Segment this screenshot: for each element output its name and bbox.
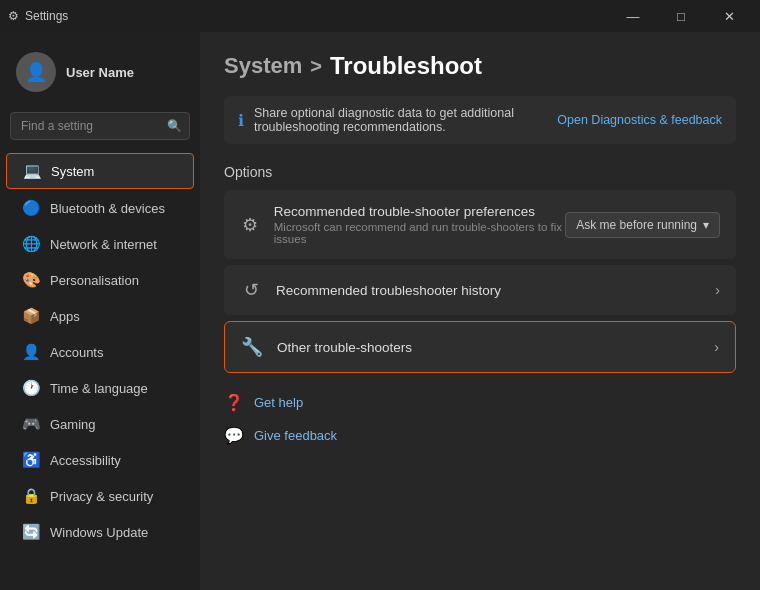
- other-text: Other trouble-shooters: [277, 340, 412, 355]
- sidebar: 👤 User Name 🔍 💻 System 🔵 Bluetooth & dev…: [0, 32, 200, 590]
- sidebar-item-bluetooth[interactable]: 🔵 Bluetooth & devices: [6, 191, 194, 225]
- give-feedback-link[interactable]: 💬 Give feedback: [224, 422, 736, 449]
- prefs-subtitle: Microsoft can recommend and run trouble-…: [274, 221, 565, 245]
- sidebar-item-system[interactable]: 💻 System: [6, 153, 194, 189]
- get-help-label: Get help: [254, 395, 303, 410]
- option-history[interactable]: ↺ Recommended troubleshooter history ›: [224, 265, 736, 315]
- dropdown-chevron-icon: ▾: [703, 218, 709, 232]
- get-help-icon: ❓: [224, 393, 244, 412]
- time-icon: 🕐: [22, 379, 40, 397]
- prefs-icon: ⚙: [240, 214, 260, 236]
- other-chevron-icon: ›: [714, 339, 719, 355]
- main-content: System > Troubleshoot ℹ Share optional d…: [200, 32, 760, 590]
- give-feedback-icon: 💬: [224, 426, 244, 445]
- network-icon: 🌐: [22, 235, 40, 253]
- history-chevron-icon: ›: [715, 282, 720, 298]
- windows-update-icon: 🔄: [22, 523, 40, 541]
- minimize-button[interactable]: —: [610, 0, 656, 32]
- apps-icon: 📦: [22, 307, 40, 325]
- open-diagnostics-link[interactable]: Open Diagnostics & feedback: [557, 113, 722, 127]
- title-bar-text: Settings: [25, 9, 68, 23]
- sidebar-label-personalisation: Personalisation: [50, 273, 139, 288]
- history-title: Recommended troubleshooter history: [276, 283, 501, 298]
- accounts-icon: 👤: [22, 343, 40, 361]
- sidebar-label-network: Network & internet: [50, 237, 157, 252]
- history-icon: ↺: [240, 279, 262, 301]
- sidebar-label-accessibility: Accessibility: [50, 453, 121, 468]
- title-bar-controls: — □ ✕: [610, 0, 752, 32]
- info-icon: ℹ: [238, 111, 244, 130]
- search-icon: 🔍: [167, 119, 182, 133]
- info-banner-text: Share optional diagnostic data to get ad…: [254, 106, 557, 134]
- title-bar-left: ⚙ Settings: [8, 9, 68, 23]
- sidebar-item-gaming[interactable]: 🎮 Gaming: [6, 407, 194, 441]
- breadcrumb-separator: >: [310, 55, 322, 78]
- dropdown-label: Ask me before running: [576, 218, 697, 232]
- sidebar-item-personalisation[interactable]: 🎨 Personalisation: [6, 263, 194, 297]
- option-other-troubleshooters[interactable]: 🔧 Other trouble-shooters ›: [224, 321, 736, 373]
- bluetooth-icon: 🔵: [22, 199, 40, 217]
- option-left-history: ↺ Recommended troubleshooter history: [240, 279, 501, 301]
- sidebar-item-privacy[interactable]: 🔒 Privacy & security: [6, 479, 194, 513]
- app-icon: ⚙: [8, 9, 19, 23]
- breadcrumb-parent[interactable]: System: [224, 53, 302, 79]
- app-container: 👤 User Name 🔍 💻 System 🔵 Bluetooth & dev…: [0, 32, 760, 590]
- sidebar-label-privacy: Privacy & security: [50, 489, 153, 504]
- breadcrumb: System > Troubleshoot: [224, 52, 736, 80]
- give-feedback-label: Give feedback: [254, 428, 337, 443]
- option-right-prefs: Ask me before running ▾: [565, 212, 720, 238]
- sidebar-label-system: System: [51, 164, 94, 179]
- close-button[interactable]: ✕: [706, 0, 752, 32]
- title-bar: ⚙ Settings — □ ✕: [0, 0, 760, 32]
- troubleshooter-icon: 🔧: [241, 336, 263, 358]
- personalisation-icon: 🎨: [22, 271, 40, 289]
- gaming-icon: 🎮: [22, 415, 40, 433]
- avatar: 👤: [16, 52, 56, 92]
- option-left-prefs: ⚙ Recommended trouble-shooter preference…: [240, 204, 565, 245]
- sidebar-item-accounts[interactable]: 👤 Accounts: [6, 335, 194, 369]
- accessibility-icon: ♿: [22, 451, 40, 469]
- sidebar-label-windows-update: Windows Update: [50, 525, 148, 540]
- sidebar-label-gaming: Gaming: [50, 417, 96, 432]
- search-input[interactable]: [10, 112, 190, 140]
- other-title: Other trouble-shooters: [277, 340, 412, 355]
- sidebar-label-bluetooth: Bluetooth & devices: [50, 201, 165, 216]
- prefs-text: Recommended trouble-shooter preferences …: [274, 204, 565, 245]
- maximize-button[interactable]: □: [658, 0, 704, 32]
- options-label: Options: [224, 164, 736, 180]
- sidebar-item-apps[interactable]: 📦 Apps: [6, 299, 194, 333]
- sidebar-item-windows-update[interactable]: 🔄 Windows Update: [6, 515, 194, 549]
- sidebar-label-apps: Apps: [50, 309, 80, 324]
- breadcrumb-current: Troubleshoot: [330, 52, 482, 80]
- info-banner: ℹ Share optional diagnostic data to get …: [224, 96, 736, 144]
- system-icon: 💻: [23, 162, 41, 180]
- user-name: User Name: [66, 65, 134, 80]
- option-left-other: 🔧 Other trouble-shooters: [241, 336, 412, 358]
- sidebar-item-time[interactable]: 🕐 Time & language: [6, 371, 194, 405]
- prefs-dropdown[interactable]: Ask me before running ▾: [565, 212, 720, 238]
- option-recommended-prefs[interactable]: ⚙ Recommended trouble-shooter preference…: [224, 190, 736, 259]
- privacy-icon: 🔒: [22, 487, 40, 505]
- sidebar-user: 👤 User Name: [0, 44, 200, 108]
- search-box: 🔍: [10, 112, 190, 140]
- sidebar-item-accessibility[interactable]: ♿ Accessibility: [6, 443, 194, 477]
- get-help-link[interactable]: ❓ Get help: [224, 389, 736, 416]
- sidebar-label-time: Time & language: [50, 381, 148, 396]
- info-banner-left: ℹ Share optional diagnostic data to get …: [238, 106, 557, 134]
- history-text: Recommended troubleshooter history: [276, 283, 501, 298]
- extra-links: ❓ Get help 💬 Give feedback: [224, 389, 736, 449]
- prefs-title: Recommended trouble-shooter preferences: [274, 204, 565, 219]
- sidebar-label-accounts: Accounts: [50, 345, 103, 360]
- sidebar-item-network[interactable]: 🌐 Network & internet: [6, 227, 194, 261]
